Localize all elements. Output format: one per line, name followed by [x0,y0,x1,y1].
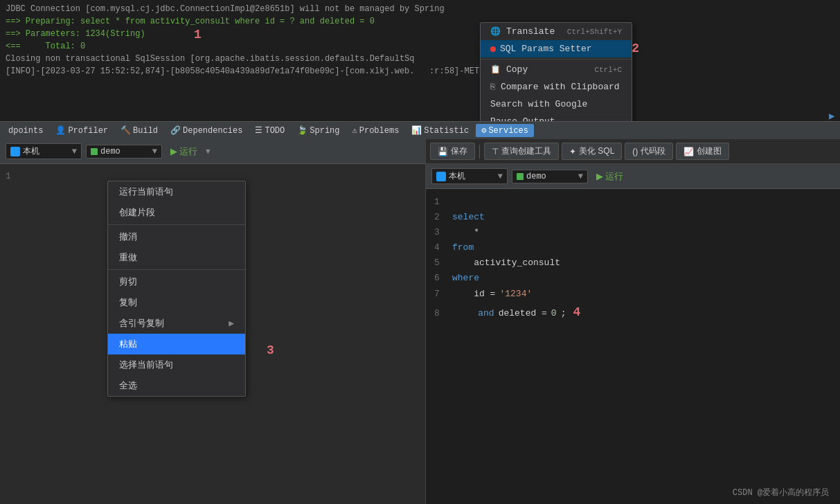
beautify-icon: ✦ [569,147,576,156]
right-local-selector[interactable]: 本机 ▼ [431,168,508,184]
query-builder-button[interactable]: ⊤ 查询创建工具 [484,143,559,160]
deleted-value: 0 [551,306,557,321]
toolbar-item-dpoints[interactable]: dpoints [3,125,48,137]
dep-label: Dependencies [183,126,242,136]
toolbar-item-services[interactable]: ⚙ Services [476,124,534,137]
paste-label: 粘贴 [119,338,137,350]
left-run-dropdown-icon: ▼ [206,147,211,156]
create-chart-label: 创建图 [697,145,722,157]
asterisk: * [452,225,479,240]
cm-copy[interactable]: 📋 Copy Ctrl+C [481,61,632,78]
stat-icon: 📊 [411,125,422,136]
cm-search-google[interactable]: Search with Google [481,96,632,113]
ln-2: 2 [434,210,448,225]
create-chart-icon: 📈 [683,147,694,156]
console-line-4: <== Total: 0 [6,40,834,53]
cm-copy-left[interactable]: 复制 [108,292,245,313]
cm-left-sep1 [108,224,245,225]
left-run-button[interactable]: ▶ 运行 [166,144,202,159]
spring-label: Spring [310,126,339,136]
scroll-indicator: ▶ [829,110,837,118]
left-panel: 本机 ▼ demo ▼ ▶ 运行 ▼ 1 运行当前语句 创建片段 [0,139,426,504]
console-line-5: Closing non transactional SqlSession [or… [6,53,834,65]
copy-quotes-arrow-icon: ▶ [229,318,234,329]
toolbar-item-problems[interactable]: ⚠ Problems [347,124,405,137]
right-panel-db-bar: 本机 ▼ demo ▼ ▶ 运行 [426,164,840,189]
cm-select-stmt[interactable]: 选择当前语句 [108,354,245,375]
cm-redo[interactable]: 重做 [108,247,245,268]
cm-left-sep2 [108,269,245,270]
cm-copy-with-quotes[interactable]: 含引号复制 ▶ [108,313,245,334]
left-db-selector[interactable]: demo ▼ [86,145,162,159]
problems-label: Problems [359,126,400,136]
toolbar-item-spring[interactable]: 🍃 Spring [292,124,345,137]
redo-label: 重做 [119,251,137,264]
snippet-label: 代码段 [641,145,665,157]
right-sql-editor[interactable]: 1 2 select 3 * 4 from 5 activity_consult [426,189,840,504]
dpoints-label: dpoints [8,126,43,136]
beautify-label: 美化 SQL [579,145,614,157]
kw-and: and [478,306,494,321]
undo-label: 撤消 [119,231,137,243]
red-dot-icon [490,46,496,52]
left-local-label: 本机 [23,145,39,157]
kw-where: where [452,271,479,286]
sql-line-2: 2 select [434,210,832,225]
ln-1: 1 [434,195,448,210]
query-builder-label: 查询创建工具 [501,145,551,157]
toolbar-item-dependencies[interactable]: 🔗 Dependencies [165,124,248,137]
beautify-button[interactable]: ✦ 美化 SQL [562,143,622,160]
cut-label: 剪切 [119,276,137,288]
right-panel: 💾 保存 ⊤ 查询创建工具 ✦ 美化 SQL () 代码段 📈 创建图 [426,139,840,504]
badge-2: 2 [632,42,639,55]
toolbar-item-build[interactable]: 🔨 Build [115,124,163,137]
local-db-icon [10,147,20,156]
left-panel-topbar: 本机 ▼ demo ▼ ▶ 运行 ▼ [0,139,425,164]
translate-icon: 🌐 [490,26,501,37]
cm-undo[interactable]: 撤消 [108,226,245,247]
right-db-selector[interactable]: demo ▼ [512,170,588,183]
cm-create-snippet[interactable]: 创建片段 [108,202,245,223]
sql-line-5: 5 activity_consult [434,255,832,271]
console-line-1: JDBC Connection [com.mysql.cj.jdbc.Conne… [6,3,834,15]
local-dropdown-icon: ▼ [72,147,77,156]
build-icon: 🔨 [120,125,131,136]
cm-sql-params-setter[interactable]: SQL Params Setter [481,40,632,57]
right-run-icon: ▶ [596,171,603,181]
toolbar-item-profiler[interactable]: 👤 Profiler [50,124,114,137]
cm-translate[interactable]: 🌐 Translate Ctrl+Shift+Y [481,23,632,40]
cm-compare-clipboard[interactable]: ⎘ Compare with Clipboard [481,78,632,96]
cm-pause-output[interactable]: Pause Output [481,113,632,121]
save-button[interactable]: 💾 保存 [430,143,475,160]
right-local-icon [436,172,446,181]
id-value: '1234' [499,287,532,302]
badge-1: 1 [194,28,202,42]
cm-run-current[interactable]: 运行当前语句 [108,181,245,202]
ln-5: 5 [434,255,448,271]
right-local-label: 本机 [449,170,465,182]
sql-line-1: 1 [434,195,832,210]
cm-select-all[interactable]: 全选 [108,375,245,396]
toolbar-item-statistic[interactable]: 📊 Statistic [406,124,474,137]
left-local-selector[interactable]: 本机 ▼ [6,143,82,159]
rtb-divider-1 [479,145,480,159]
right-run-button[interactable]: ▶ 运行 [592,169,627,184]
kw-from: from [452,240,474,255]
cm-cut[interactable]: 剪切 [108,271,245,292]
snippet-button[interactable]: () 代码段 [625,143,673,160]
cm-paste[interactable]: 粘贴 [108,334,245,354]
context-menu-top: 🌐 Translate Ctrl+Shift+Y SQL Params Sett… [480,22,632,121]
ln-6: 6 [434,271,448,286]
spring-icon: 🍃 [297,125,307,136]
query-builder-icon: ⊤ [492,147,499,156]
badge-4: 4 [573,302,580,323]
sql-line-3: 3 * [434,225,832,240]
create-chart-button[interactable]: 📈 创建图 [676,143,729,160]
snippet-icon: () [632,147,638,156]
run-current-label: 运行当前语句 [119,186,173,198]
save-icon: 💾 [438,147,448,156]
badge-3: 3 [267,343,274,357]
main-content: 本机 ▼ demo ▼ ▶ 运行 ▼ 1 运行当前语句 创建片段 [0,139,840,504]
toolbar-item-todo[interactable]: ☰ TODO [249,124,290,137]
ln-3: 3 [434,225,448,240]
